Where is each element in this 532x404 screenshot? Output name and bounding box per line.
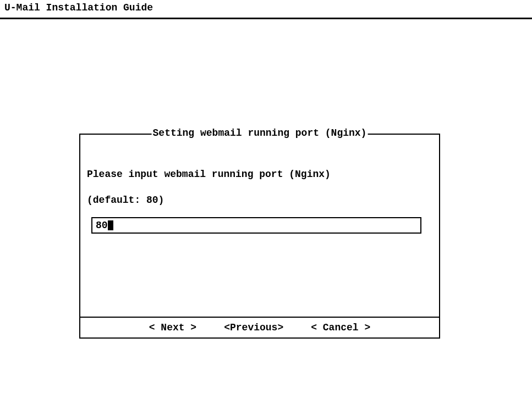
page-header: U-Mail Installation Guide — [0, 0, 532, 19]
text-cursor — [108, 220, 113, 230]
prompt-text: Please input webmail running port (Nginx… — [87, 156, 432, 207]
port-input[interactable]: 80 — [91, 217, 421, 234]
port-config-dialog: Setting webmail running port (Nginx) Ple… — [79, 134, 440, 339]
prompt-line-2: (default: 80) — [87, 195, 164, 206]
prompt-line-1: Please input webmail running port (Nginx… — [87, 169, 331, 180]
cancel-button[interactable]: < Cancel > — [311, 322, 370, 333]
dialog-title: Setting webmail running port (Nginx) — [152, 128, 368, 139]
dialog-body: Please input webmail running port (Nginx… — [80, 135, 439, 234]
previous-button[interactable]: <Previous> — [224, 322, 283, 333]
next-button[interactable]: < Next > — [149, 322, 196, 333]
page-title: U-Mail Installation Guide — [4, 2, 153, 13]
button-bar: < Next > <Previous> < Cancel > — [80, 317, 439, 337]
port-input-value: 80 — [96, 220, 108, 231]
